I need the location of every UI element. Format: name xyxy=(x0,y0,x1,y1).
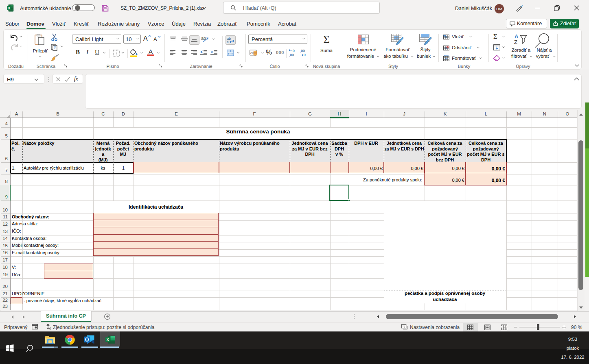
svg-text:,00: ,00 xyxy=(289,53,294,57)
svg-text:,00: ,00 xyxy=(300,49,305,53)
svg-text:0: 0 xyxy=(304,53,306,57)
svg-text:cc: cc xyxy=(250,51,254,55)
svg-text:X: X xyxy=(8,7,11,10)
svg-text:0: 0 xyxy=(293,49,295,53)
svg-text:X: X xyxy=(107,338,109,342)
svg-text:c: c xyxy=(227,40,229,44)
